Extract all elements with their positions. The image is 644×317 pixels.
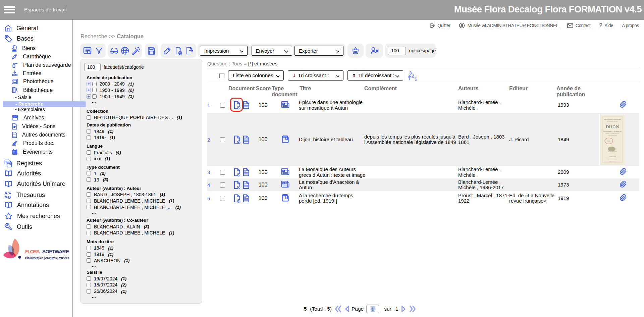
svg-text:HISTOIRE DE FRANCE: HISTOIRE DE FRANCE	[607, 121, 618, 122]
svg-text:DEPUIS LES TEMPS RECULES: DEPUIS LES TEMPS RECULES	[605, 133, 619, 135]
svg-text:A: A	[4, 191, 7, 195]
svg-text:LIBRAIRIE ANCIENNE: LIBRAIRIE ANCIENNE	[608, 159, 618, 160]
svg-text:PAR JOSEPH BARD: PAR JOSEPH BARD	[608, 135, 617, 137]
svg-text:BIBLIOTHEQUE POPULAIRE: BIBLIOTHEQUE POPULAIRE	[604, 118, 622, 120]
svg-text:Bibliothèques | Archives | Mus: Bibliothèques | Archives | Musées	[25, 256, 69, 260]
svg-text:BIBL: BIBL	[607, 140, 610, 142]
svg-text:2: 2	[412, 73, 414, 78]
svg-text:HISTOIRE ET TABLEAU: HISTOIRE ET TABLEAU	[603, 130, 622, 132]
svg-text:DIJON: DIJON	[606, 124, 619, 129]
svg-text:1: 1	[415, 76, 417, 81]
svg-text:PARIS LYON: PARIS LYON	[609, 156, 616, 157]
svg-text:B: B	[8, 195, 11, 199]
svg-text:3: 3	[409, 70, 412, 75]
svg-text:SOFTWARE: SOFTWARE	[42, 249, 69, 254]
svg-text:FLORA: FLORA	[25, 249, 40, 254]
svg-text:MDCCCXLIX: MDCCCXLIX	[610, 161, 615, 162]
